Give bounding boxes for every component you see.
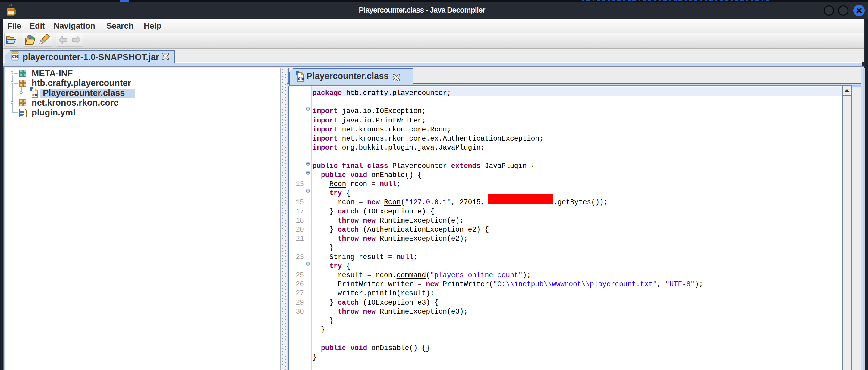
svg-text:010: 010 xyxy=(298,77,304,81)
svg-text:010: 010 xyxy=(32,93,38,97)
svg-text:010: 010 xyxy=(12,55,19,59)
